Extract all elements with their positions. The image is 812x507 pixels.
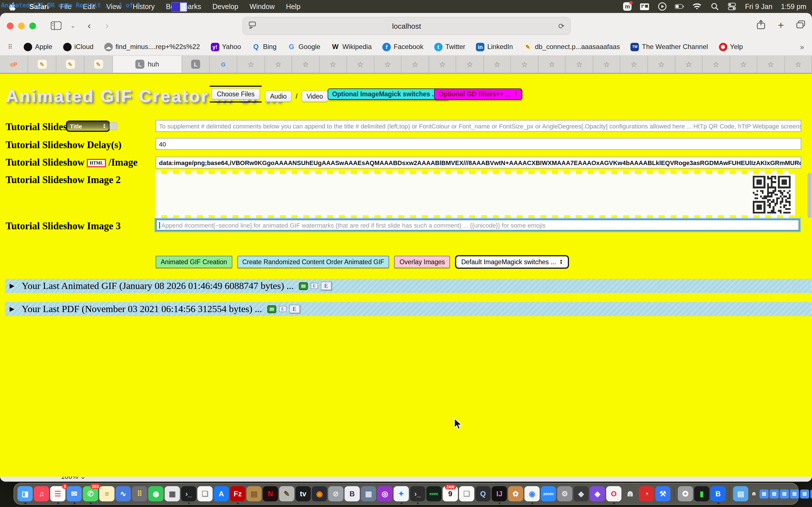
tab-bookmark-star[interactable]: ☆ (429, 56, 456, 73)
dock-icon-messages[interactable]: ✆203 (83, 486, 98, 501)
tab-bookmark-star[interactable]: ☆ (511, 56, 539, 73)
forward-button[interactable]: › (105, 20, 109, 31)
title-checkbox[interactable] (109, 122, 117, 130)
dock-icon-apple-tv[interactable]: tv (296, 486, 311, 501)
tab-bookmark-star[interactable]: ☆ (620, 56, 648, 73)
dock-icon-terminal-2[interactable]: ›_ (410, 486, 425, 501)
dock-icon-accessibility[interactable]: ✪ (678, 486, 693, 501)
dock-icon-opera[interactable]: O (606, 486, 621, 501)
disclosure-triangle[interactable]: ▶ (10, 305, 14, 313)
spotlight-search-icon[interactable] (710, 3, 719, 10)
dock-icon-installer-app[interactable]: ⚒ (655, 486, 670, 501)
tab-bookmark-star[interactable]: ☆ (566, 56, 593, 73)
email-large-icon[interactable]: E (321, 282, 332, 290)
audio-button[interactable]: Audio (265, 91, 292, 102)
bookmark-item-find-minus-rep-22s-22[interactable]: ☁find_minus....rep+%22s%22 (104, 43, 200, 51)
animated-gif-creation-button[interactable]: Animated GIF Creation (156, 256, 232, 268)
tab-icon[interactable]: ✎ (28, 56, 56, 73)
bookmark-item-db-connect-p-aaasaaafaas[interactable]: ✎db_connect.p...aaasaaafaas (523, 43, 620, 51)
back-button[interactable]: ‹ (88, 20, 91, 31)
bookmark-item-yahoo[interactable]: y!Yahoo (211, 43, 241, 51)
imagemagick-switches-select[interactable]: Optional ImageMagick switches ...▲▼ (327, 89, 449, 100)
dock-icon-gauge-app[interactable]: ◔ (639, 486, 654, 501)
zoom-window-button[interactable] (29, 22, 36, 29)
dock-icon-textedit[interactable]: ❏ (197, 486, 213, 501)
bookmark-item-linkedin[interactable]: inLinkedIn (476, 43, 513, 51)
tab-bookmark-star[interactable]: ☆ (757, 56, 784, 73)
dock-icon-quicktime[interactable]: Q (475, 486, 491, 501)
bookmark-item-bing[interactable]: QBing (252, 43, 276, 51)
keyboard-switcher-icon[interactable] (640, 3, 649, 10)
new-tab-icon[interactable]: + (778, 20, 784, 32)
minimize-window-button[interactable] (18, 22, 25, 29)
bookmark-item-twitter[interactable]: tTwitter (434, 43, 465, 51)
dock-icon-filezilla[interactable]: Fz (230, 486, 245, 501)
gd-filters-select[interactable]: Optional GD filters++ ...▲▼ (434, 89, 522, 100)
email-small-icon[interactable]: E (311, 283, 318, 289)
wifi-icon[interactable] (693, 3, 702, 10)
tab-bookmark-star[interactable]: ☆ (319, 56, 347, 73)
dock-icon-downloads-bin[interactable]: ▤ (733, 486, 748, 501)
tab-icon[interactable]: cP (0, 56, 28, 73)
dock-icon-minimized-window[interactable]: ▤ (810, 489, 812, 498)
dock-icon-facetime[interactable]: ◉ (148, 486, 163, 501)
dock-icon-podcasts[interactable]: ◎ (377, 486, 393, 501)
dock-icon-iphone-mirroring[interactable]: ▦ (165, 486, 180, 501)
dock-icon-disabled-app[interactable]: ⊘ (328, 486, 343, 501)
dock-icon-preview-doc[interactable]: ❏ (459, 486, 474, 501)
dock-icon-launchpad[interactable]: ⠿ (132, 486, 147, 501)
dock-icon-gimp[interactable]: ✎ (279, 486, 294, 501)
dock-icon-safari[interactable]: ✦ (394, 486, 409, 501)
dock-icon-inkscape[interactable]: ◆ (573, 486, 589, 501)
tab-bookmark-star[interactable]: ☆ (539, 56, 566, 73)
share-icon[interactable] (757, 20, 765, 32)
tab-bookmark-star[interactable]: ☆ (265, 56, 292, 73)
battery-icon[interactable] (675, 3, 684, 10)
tab-bookmark-star[interactable]: ☆ (703, 56, 730, 73)
dock-icon-bbedit[interactable]: B (345, 486, 360, 501)
email-large-icon[interactable]: E (289, 305, 300, 313)
last-animated-gif-summary[interactable]: ▶ Your Last Animated GIF (January 08 202… (5, 279, 811, 293)
sidebar-chevron-icon[interactable]: ⌄ (70, 22, 75, 29)
bookmark-item-google[interactable]: GGoogle (287, 43, 320, 51)
tab-icon[interactable]: L (182, 56, 210, 73)
mobile-preview-icon[interactable] (267, 305, 276, 313)
tab-active-huh[interactable]: Lhuh (113, 56, 182, 73)
dock-icon-purple-app[interactable]: ◈ (590, 486, 605, 501)
image2-dropzone[interactable] (156, 174, 795, 215)
dock-icon-system-settings[interactable]: ⚙ (557, 486, 572, 501)
dock-icon-mini-tooth[interactable]: ⋒ (749, 489, 758, 498)
dock-icon-graphs-app[interactable]: ∿ (116, 486, 131, 501)
dock-icon-terminal[interactable]: ›_ (181, 486, 196, 501)
tab-bookmark-star[interactable]: ☆ (292, 56, 319, 73)
dock-icon-notes[interactable]: ≡ (99, 486, 114, 501)
tab-icon[interactable]: ✎ (85, 56, 113, 73)
mobile-preview-icon[interactable] (299, 282, 308, 290)
bookmark-item-wikipedia[interactable]: WWikipedia (331, 43, 371, 51)
tab-bookmark-star[interactable]: ☆ (730, 56, 757, 73)
bookmark-item-the-weather-channel[interactable]: TWThe Weather Channel (631, 43, 708, 51)
email-small-icon[interactable]: E (279, 306, 286, 312)
dock-icon-firefox[interactable]: ◉ (312, 486, 327, 501)
menubar-date[interactable]: Fri 9 Jan (745, 3, 772, 10)
dock-icon-minimized-window[interactable]: ▤ (780, 489, 789, 498)
title-select[interactable]: Title▲▼ (66, 121, 110, 132)
tab-bookmark-star[interactable]: ☆ (484, 56, 511, 73)
bookmark-item-facebook[interactable]: fFacebook (382, 43, 423, 51)
dock-icon-calendar[interactable]: 9JAN (443, 486, 458, 501)
image3-comment-input[interactable]: Append #comment[~second line] for animat… (156, 219, 800, 231)
delay-input[interactable]: 40 (156, 138, 801, 150)
menu-develop[interactable]: Develop (207, 3, 244, 10)
bookmark-item-icloud[interactable]: iCloud (63, 43, 94, 51)
dock-icon-mail[interactable]: ✉ (66, 486, 82, 501)
default-imagemagick-select[interactable]: Default ImageMagick switches ...▲▼ (455, 255, 569, 269)
menubar-time[interactable]: 1:59 pm (781, 3, 806, 10)
dock-icon-minimized-window[interactable]: ▤ (800, 489, 809, 498)
title-supplement-input[interactable]: To supplement # delimited comments below… (156, 120, 801, 132)
tab-bookmark-star[interactable]: ☆ (374, 56, 402, 73)
dock-icon-app-store[interactable]: A (214, 486, 229, 501)
status-app-icon[interactable]: m (623, 2, 631, 11)
base64-image-input[interactable]: data:image/png;base64,iVBORw0KGgoAAAANSU… (156, 157, 801, 168)
video-button[interactable]: Video (301, 91, 328, 102)
reload-icon[interactable]: ⟳ (558, 22, 564, 30)
